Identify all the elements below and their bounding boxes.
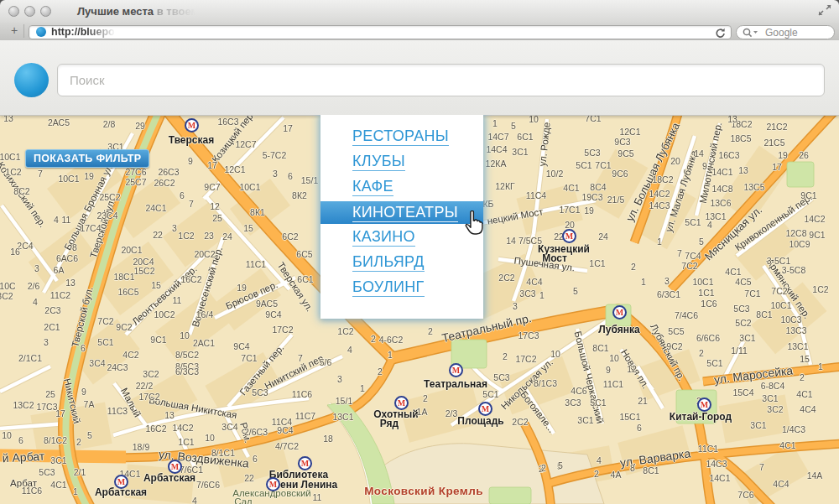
- metro-station-icon: М: [168, 460, 182, 474]
- building-number-label: 5С3: [493, 372, 509, 382]
- building-number-label: 3: [44, 337, 49, 347]
- building-number-label: 22/2: [136, 381, 153, 391]
- menu-item-клубы[interactable]: КЛУБЫ: [320, 149, 483, 174]
- building-number-label: 5-7С2: [263, 150, 287, 160]
- menu-item-label: КЛУБЫ: [352, 153, 405, 171]
- menu-item-label: БОУЛИНГ: [352, 278, 425, 297]
- building-number-label: 21: [638, 396, 648, 406]
- building-number-label: 13С1: [787, 341, 808, 351]
- menu-item-казино[interactable]: КАЗИНО: [320, 225, 483, 250]
- building-number-label: 26С2: [154, 178, 175, 188]
- building-number-label: 7: [759, 462, 764, 472]
- building-number-label: 4С4: [773, 479, 789, 489]
- building-number-label: 20: [670, 156, 680, 166]
- building-number-label: 25С7: [125, 177, 146, 187]
- search-icon: [743, 28, 761, 38]
- menu-item-боулинг[interactable]: БОУЛИНГ: [320, 275, 483, 300]
- building-number-label: 3С4: [89, 358, 105, 368]
- site-search-input[interactable]: [57, 64, 825, 96]
- new-tab-button[interactable]: +: [5, 24, 24, 38]
- building-number-label: 1: [360, 383, 365, 393]
- building-number-label: 14С2: [172, 423, 193, 433]
- building-number-label: 1С2: [5, 167, 21, 177]
- building-number-label: 5: [573, 286, 578, 296]
- window-titlebar[interactable]: Лучшие места в твоем: [0, 0, 839, 23]
- building-number-label: 26С3: [158, 167, 179, 177]
- browser-window: Лучшие места в твоем + http://bluepoi: [0, 0, 839, 504]
- building-number-label: 6: [180, 190, 185, 200]
- building-number-label: 11С7: [295, 411, 315, 421]
- building-number-label: 6АС6: [56, 253, 78, 263]
- map-canvas[interactable]: ТверскаяКузнецкийМостЛубянкаТеатральнаяО…: [0, 115, 839, 504]
- menu-item-бильярд[interactable]: БИЛЬЯРД: [320, 250, 483, 275]
- building-number-label: 14С4: [486, 144, 507, 154]
- building-number-label: 3: [273, 169, 278, 179]
- address-bar[interactable]: http://bluepoi: [29, 25, 732, 39]
- building-number-label: 4: [33, 297, 38, 307]
- building-number-label: 1: [641, 277, 646, 287]
- building-number-label: 4С6: [571, 386, 586, 396]
- building-number-label: 13: [164, 410, 175, 420]
- building-number-label: 3С1: [50, 455, 66, 465]
- building-number-label: 1: [73, 486, 78, 496]
- browser-search-field[interactable]: Google: [736, 25, 835, 39]
- building-number-label: 8С2: [13, 186, 29, 196]
- building-number-label: 17: [55, 408, 65, 418]
- minimize-window-button[interactable]: [24, 6, 35, 17]
- building-number-label: 16С3: [217, 117, 238, 127]
- menu-item-кафе[interactable]: КАФЕ: [320, 174, 483, 200]
- building-number-label: 2С2: [498, 273, 514, 283]
- building-number-label: 6С2: [282, 231, 298, 242]
- metro-station-icon: М: [562, 229, 576, 243]
- building-number-label: 17: [207, 160, 217, 170]
- building-number-label: 11: [62, 215, 71, 225]
- fullscreen-icon[interactable]: [818, 5, 831, 16]
- close-window-button[interactable]: [8, 6, 19, 17]
- reload-button[interactable]: [715, 27, 726, 42]
- building-number-label: 7С2: [97, 316, 113, 326]
- building-number-label: 8С1: [643, 465, 659, 475]
- building-number-label: 10: [550, 349, 560, 359]
- menu-item-кинотеатры[interactable]: КИНОТЕАТРЫ: [320, 201, 483, 224]
- building-number-label: 19: [778, 150, 788, 160]
- building-number-label: 1А: [417, 407, 428, 417]
- building-number-label: 9: [188, 156, 193, 166]
- building-number-label: 12КА: [486, 158, 507, 169]
- building-number-label: 10: [2, 430, 12, 440]
- building-number-label: 14С2: [649, 189, 670, 199]
- building-number-label: 21/5: [607, 195, 624, 205]
- building-number-label: 1: [657, 236, 662, 247]
- building-number-label: 9: [81, 387, 86, 397]
- building-number-label: 2: [371, 334, 376, 344]
- site-logo-icon[interactable]: [14, 63, 49, 97]
- building-number-label: 15С4: [732, 387, 753, 397]
- building-number-label: 12С1: [224, 164, 245, 174]
- building-number-label: 8/5С2: [175, 350, 199, 360]
- building-number-label: 5С3: [584, 148, 600, 158]
- building-number-label: 16С5: [117, 287, 138, 297]
- building-number-label: 4С2: [122, 350, 138, 360]
- building-number-label: 9АС5: [256, 299, 278, 309]
- building-number-label: 12С7: [235, 139, 256, 149]
- building-number-label: 20С1: [121, 245, 142, 255]
- building-number-label: 14: [694, 148, 704, 158]
- building-number-label: 5/6: [320, 357, 332, 367]
- menu-item-рестораны[interactable]: РЕСТОРАНЫ: [320, 124, 483, 149]
- building-number-label: 6: [18, 435, 23, 445]
- building-number-label: 10С1: [58, 174, 79, 184]
- building-number-label: 8С1: [756, 309, 772, 320]
- building-number-label: 20С2: [194, 249, 215, 259]
- building-number-label: 3С2: [767, 404, 783, 414]
- search-engine-label: Google: [765, 27, 798, 39]
- building-number-label: 6: [81, 343, 86, 353]
- building-number-label: 4-6С2: [379, 335, 404, 345]
- building-number-label: 10: [180, 330, 190, 340]
- building-number-label: 12С8: [785, 228, 806, 238]
- building-number-label: 2: [503, 351, 508, 361]
- show-filter-button[interactable]: ПОКАЗАТЬ ФИЛЬТР: [25, 149, 149, 168]
- building-number-label: 7С1: [241, 353, 257, 363]
- building-number-label: 5: [511, 121, 516, 131]
- zoom-window-button[interactable]: [40, 6, 51, 17]
- building-number-label: 6-8С4: [761, 381, 785, 391]
- building-number-label: 7С4: [685, 251, 701, 261]
